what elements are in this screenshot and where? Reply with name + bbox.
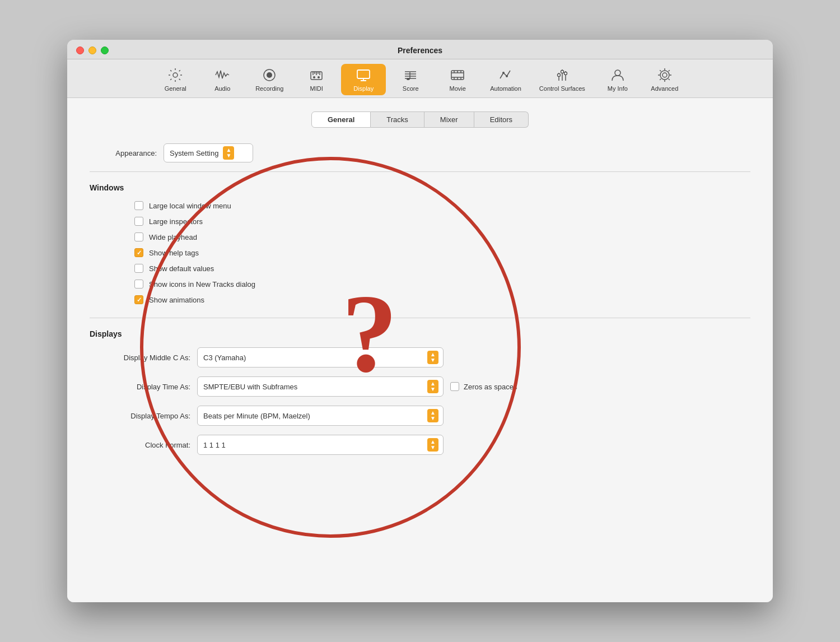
- form-row-time: Display Time As: SMPTE/EBU with Subframe…: [90, 376, 750, 397]
- appearance-label: Appearance:: [90, 149, 157, 157]
- display-icon: [356, 67, 371, 83]
- form-select-tempo[interactable]: Beats per Minute (BPM, Maelzel) ▲ ▼: [197, 406, 444, 426]
- svg-point-37: [615, 70, 620, 76]
- traffic-lights: [76, 46, 109, 54]
- toolbar-item-movie[interactable]: Movie: [435, 64, 480, 95]
- checkbox-label-show-icons-new-tracks[interactable]: Show icons in New Tracks dialog: [149, 280, 255, 289]
- toolbar-label-advanced: Advanced: [651, 85, 678, 92]
- form-select-middle-c[interactable]: C3 (Yamaha) ▲ ▼: [197, 347, 444, 367]
- checkbox-row-show-icons-new-tracks: Show icons in New Tracks dialog: [90, 280, 750, 289]
- toolbar-item-automation[interactable]: Automation: [482, 64, 529, 95]
- zeros-checkbox-row: Zeros as spaces: [450, 382, 517, 391]
- svg-point-36: [564, 72, 567, 75]
- section-divider: [90, 318, 750, 318]
- checkbox-row-show-animations: Show animations: [90, 295, 750, 304]
- my-info-icon: [610, 67, 626, 83]
- preferences-window: Preferences General Audio Recording: [67, 40, 773, 602]
- close-button[interactable]: [76, 46, 84, 54]
- toolbar-label-control-surfaces: Control Surfaces: [539, 85, 585, 92]
- checkbox-large-local[interactable]: [134, 201, 143, 210]
- toolbar-item-audio[interactable]: Audio: [200, 64, 245, 95]
- form-label-time: Display Time As:: [90, 383, 190, 391]
- waveform-icon: [214, 67, 230, 83]
- checkbox-zeros-as-spaces[interactable]: [450, 382, 459, 391]
- form-label-middle-c: Display Middle C As:: [90, 353, 190, 362]
- checkbox-row-show-default-values: Show default values: [90, 264, 750, 273]
- displays-section: Displays Display Middle C As: C3 (Yamaha…: [90, 329, 750, 455]
- toolbar-item-score[interactable]: Score: [388, 64, 433, 95]
- checkbox-row-wide-playhead: Wide playhead: [90, 232, 750, 241]
- checkbox-label-show-help-tags[interactable]: Show help tags: [149, 249, 199, 257]
- checkbox-label-show-animations[interactable]: Show animations: [149, 296, 204, 304]
- toolbar-label-my-info: My Info: [608, 85, 628, 92]
- form-select-time[interactable]: SMPTE/EBU with Subframes ▲ ▼: [197, 376, 444, 397]
- title-bar: Preferences: [67, 40, 773, 59]
- checkbox-show-icons-new-tracks[interactable]: [134, 280, 143, 289]
- toolbar-item-midi[interactable]: MIDI: [294, 64, 339, 95]
- windows-title: Windows: [90, 183, 750, 192]
- toolbar-item-my-info[interactable]: My Info: [595, 64, 640, 95]
- sub-tab-editors[interactable]: Editors: [474, 111, 529, 128]
- sub-tab-mixer[interactable]: Mixer: [424, 111, 474, 128]
- svg-rect-11: [357, 70, 370, 78]
- form-select-clock[interactable]: 1 1 1 1 ▲ ▼: [197, 435, 444, 455]
- checkbox-label-show-default-values[interactable]: Show default values: [149, 264, 214, 273]
- toolbar-label-recording: Recording: [255, 85, 283, 92]
- checkbox-show-animations[interactable]: [134, 295, 143, 304]
- checkbox-label-wide-playhead[interactable]: Wide playhead: [149, 233, 197, 241]
- window-title: Preferences: [398, 46, 442, 55]
- form-label-tempo: Display Tempo As:: [90, 412, 190, 420]
- toolbar-label-audio: Audio: [214, 85, 230, 92]
- select-arrow-time: ▲ ▼: [427, 380, 438, 393]
- toolbar-item-display[interactable]: Display: [341, 64, 386, 95]
- svg-point-2: [267, 72, 272, 78]
- appearance-value: System Setting: [170, 149, 218, 157]
- toolbar-item-advanced[interactable]: Advanced: [642, 64, 687, 95]
- advanced-icon: [657, 67, 673, 83]
- gear-icon: [167, 67, 183, 83]
- checkbox-large-inspectors[interactable]: [134, 217, 143, 226]
- select-arrow-tempo: ▲ ▼: [427, 409, 438, 422]
- checkbox-show-help-tags[interactable]: [134, 248, 143, 257]
- appearance-row: Appearance: System Setting ▲ ▼: [90, 143, 750, 172]
- maximize-button[interactable]: [101, 46, 109, 54]
- svg-point-39: [660, 71, 669, 80]
- svg-point-10: [318, 76, 320, 78]
- svg-point-0: [173, 73, 178, 77]
- appearance-select[interactable]: System Setting ▲ ▼: [164, 143, 253, 162]
- checkbox-show-default-values[interactable]: [134, 264, 143, 273]
- toolbar: General Audio Recording: [67, 59, 773, 98]
- sub-tabs: General Tracks Mixer Editors: [90, 111, 750, 128]
- toolbar-label-automation: Automation: [490, 85, 521, 92]
- movie-icon: [450, 67, 465, 83]
- checkbox-label-large-inspectors[interactable]: Large inspectors: [149, 217, 203, 226]
- form-row-middle-c: Display Middle C As: C3 (Yamaha) ▲ ▼: [90, 347, 750, 367]
- checkbox-row-show-help-tags: Show help tags: [90, 248, 750, 257]
- zeros-as-spaces-label: Zeros as spaces: [464, 383, 517, 391]
- form-row-clock: Clock Format: 1 1 1 1 ▲ ▼: [90, 435, 750, 455]
- toolbar-label-display: Display: [353, 85, 374, 92]
- checkbox-row-large-local: Large local window menu: [90, 201, 750, 210]
- svg-point-34: [561, 71, 563, 73]
- toolbar-label-midi: MIDI: [310, 85, 323, 92]
- toolbar-item-general[interactable]: General: [153, 64, 198, 95]
- automation-icon: [498, 67, 514, 83]
- checkbox-row-large-inspectors: Large inspectors: [90, 217, 750, 226]
- select-arrow-clock: ▲ ▼: [427, 438, 438, 452]
- svg-point-38: [662, 73, 667, 77]
- sub-tab-general[interactable]: General: [311, 111, 371, 128]
- checkbox-wide-playhead[interactable]: [134, 232, 143, 241]
- form-label-clock: Clock Format:: [90, 441, 190, 449]
- toolbar-item-control-surfaces[interactable]: Control Surfaces: [531, 64, 593, 95]
- form-select-tempo-value: Beats per Minute (BPM, Maelzel): [203, 412, 423, 420]
- form-select-clock-value: 1 1 1 1: [203, 441, 423, 449]
- svg-point-35: [557, 74, 560, 77]
- appearance-arrow: ▲ ▼: [223, 146, 234, 160]
- minimize-button[interactable]: [88, 46, 96, 54]
- control-surfaces-icon: [554, 67, 570, 83]
- record-icon: [262, 67, 277, 83]
- checkbox-label-large-local[interactable]: Large local window menu: [149, 202, 231, 210]
- toolbar-item-recording[interactable]: Recording: [247, 64, 292, 95]
- score-icon: [403, 67, 418, 83]
- sub-tab-tracks[interactable]: Tracks: [371, 111, 424, 128]
